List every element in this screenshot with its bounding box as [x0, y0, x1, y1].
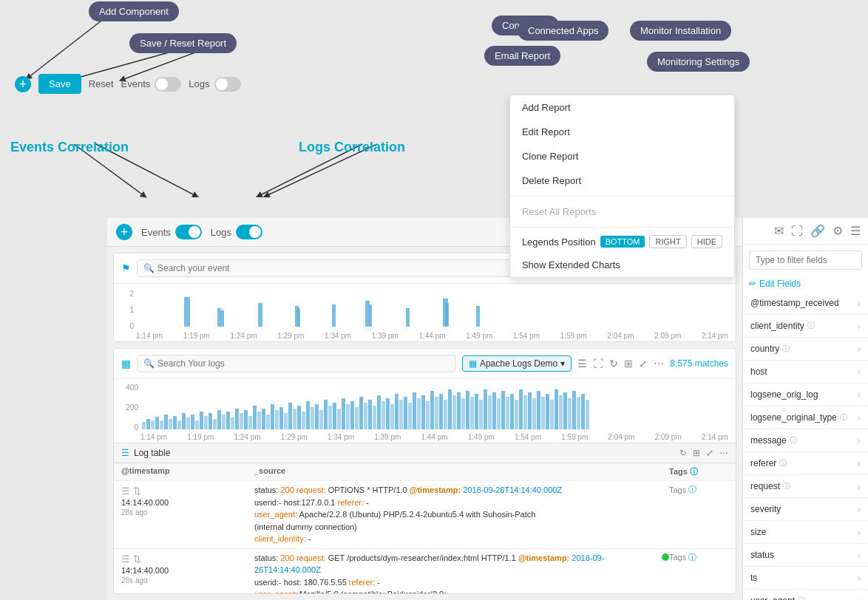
edit-report-item[interactable]: Edit Report	[510, 120, 734, 144]
sidebar-gear-icon[interactable]: ⚙	[833, 224, 843, 238]
events-x-labels: 1:14 pm 1:19 pm 1:24 pm 1:29 pm 1:34 pm …	[136, 330, 728, 341]
svg-rect-113	[555, 389, 558, 429]
list-item[interactable]: message ⓘ ›	[743, 429, 868, 452]
fullscreen-logs-icon[interactable]: ⤢	[639, 358, 648, 369]
more-logs-icon[interactable]: ⋯	[654, 358, 664, 369]
list-item[interactable]: user_agent ⓘ ›	[743, 590, 868, 600]
svg-rect-12	[297, 308, 300, 327]
refresh-logs-icon[interactable]: ↻	[609, 358, 618, 369]
events-toggle-group: Events	[121, 77, 182, 92]
logs-header: ▦ 🔍 ▦ Apache Logs Demo ▾ ☰ ⛶ ↻ ⊞ ⤢ ⋯	[114, 349, 736, 379]
sort-row-icon[interactable]: ⇅	[133, 485, 141, 497]
svg-rect-111	[546, 394, 549, 429]
svg-rect-98	[488, 395, 492, 429]
svg-rect-84	[426, 401, 430, 429]
list-item[interactable]: logsene_original_type ⓘ ›	[743, 406, 868, 429]
expand-row-icon[interactable]: ☰	[121, 553, 130, 565]
list-item[interactable]: status ›	[743, 544, 868, 567]
svg-rect-29	[182, 413, 186, 429]
save-button[interactable]: Save	[38, 74, 81, 94]
svg-rect-95	[475, 394, 478, 429]
log-timestamp: 14:14:40.000	[121, 566, 254, 575]
table-row: ☰ ⇅ 14:14:40.000 28s ago status: 200 req…	[114, 549, 736, 594]
svg-rect-99	[492, 392, 496, 429]
svg-rect-39	[226, 412, 230, 429]
svg-rect-60	[319, 410, 323, 429]
filter-search-wrap[interactable]	[749, 250, 862, 270]
panel-events-toggle[interactable]	[175, 225, 202, 239]
svg-rect-48	[266, 415, 270, 429]
svg-rect-97	[484, 389, 487, 429]
svg-rect-86	[435, 397, 438, 429]
table-settings-icon[interactable]: ⊞	[693, 448, 700, 458]
filter-search-input[interactable]	[749, 250, 862, 270]
status-dot	[662, 552, 669, 565]
expand-row-icon[interactable]: ☰	[121, 485, 130, 497]
sidebar-menu-icon[interactable]: ☰	[850, 224, 861, 238]
svg-rect-88	[444, 400, 447, 429]
matches-count: 8,575 matches	[670, 358, 728, 369]
col-source: _source	[254, 466, 669, 477]
app-badge[interactable]: ▦ Apache Logs Demo ▾	[462, 355, 572, 372]
svg-rect-64	[337, 409, 341, 429]
list-item[interactable]: severity ›	[743, 498, 868, 521]
expand-table-icon[interactable]: ⤢	[706, 448, 713, 458]
show-extended-charts-item[interactable]: Show Extended Charts	[510, 253, 734, 277]
svg-rect-36	[213, 419, 217, 429]
list-item[interactable]: size ›	[743, 521, 868, 544]
logs-search-wrap[interactable]: 🔍	[137, 355, 456, 372]
list-item[interactable]: host ›	[743, 361, 868, 383]
list-item[interactable]: @timestamp_received ›	[743, 292, 868, 315]
table-view-icon[interactable]: ⊞	[624, 358, 633, 369]
sidebar-fullscreen-icon[interactable]: ⛶	[791, 225, 803, 238]
svg-rect-20	[142, 422, 146, 429]
list-item[interactable]: request ⓘ ›	[743, 475, 868, 498]
events-toggle[interactable]	[155, 77, 181, 92]
edit-fields-button[interactable]: ✏ Edit Fields	[743, 276, 868, 292]
row-timestamp-col: ☰ ⇅ 14:14:40.000 28s ago	[121, 552, 254, 584]
clone-report-item[interactable]: Clone Report	[510, 144, 734, 168]
list-item[interactable]: referer ⓘ ›	[743, 452, 868, 475]
svg-rect-108	[532, 398, 536, 429]
panel-add-button[interactable]: +	[116, 224, 132, 240]
svg-rect-45	[253, 406, 257, 429]
field-list: @timestamp_received › client_identity ⓘ …	[743, 292, 868, 600]
sidebar-link-icon[interactable]: 🔗	[810, 224, 825, 238]
list-item[interactable]: client_identity ⓘ ›	[743, 315, 868, 338]
legends-hide-button[interactable]: HIDE	[691, 235, 722, 248]
more-table-icon[interactable]: ⋯	[719, 448, 728, 458]
add-panel-button[interactable]: +	[15, 76, 31, 92]
reset-button[interactable]: Reset	[89, 78, 114, 89]
panel-events-toggle-group: Events	[141, 225, 202, 239]
svg-rect-50	[275, 410, 279, 429]
logs-toggle[interactable]	[214, 77, 241, 92]
events-search-input[interactable]	[157, 263, 532, 273]
svg-rect-46	[257, 412, 261, 429]
refresh-table-icon[interactable]: ↻	[679, 448, 687, 458]
events-search-wrap[interactable]: 🔍	[137, 259, 539, 277]
svg-rect-41	[235, 409, 239, 429]
legends-bottom-button[interactable]: BOTTOM	[600, 236, 645, 248]
legends-right-button[interactable]: RIGHT	[649, 235, 686, 248]
expand-view-icon[interactable]: ⛶	[593, 358, 603, 369]
logs-chart-area: 400 200 0	[114, 379, 736, 443]
logs-search-input[interactable]	[157, 358, 450, 369]
log-table-body: ☰ ⇅ 14:14:40.000 28s ago status: 200 req…	[114, 481, 736, 593]
list-item[interactable]: ts ›	[743, 567, 868, 590]
add-report-item[interactable]: Add Report	[510, 95, 734, 120]
svg-rect-107	[528, 392, 532, 429]
svg-rect-90	[452, 395, 456, 429]
svg-rect-47	[262, 409, 265, 429]
delete-report-item[interactable]: Delete Report	[510, 168, 734, 193]
svg-rect-92	[461, 398, 465, 429]
sort-row-icon[interactable]: ⇅	[133, 553, 141, 565]
panel-logs-toggle[interactable]	[236, 225, 262, 239]
svg-rect-40	[231, 417, 234, 429]
logs-section-icons: ☰ ⛶ ↻ ⊞ ⤢ ⋯	[577, 358, 664, 369]
list-item[interactable]: logsene_orig_log ›	[743, 383, 868, 406]
list-view-icon[interactable]: ☰	[577, 358, 587, 369]
list-item[interactable]: country ⓘ ›	[743, 338, 868, 361]
sidebar-email-icon[interactable]: ✉	[774, 224, 784, 238]
email-report-tooltip: Email Report	[484, 46, 560, 66]
svg-rect-28	[177, 420, 181, 429]
